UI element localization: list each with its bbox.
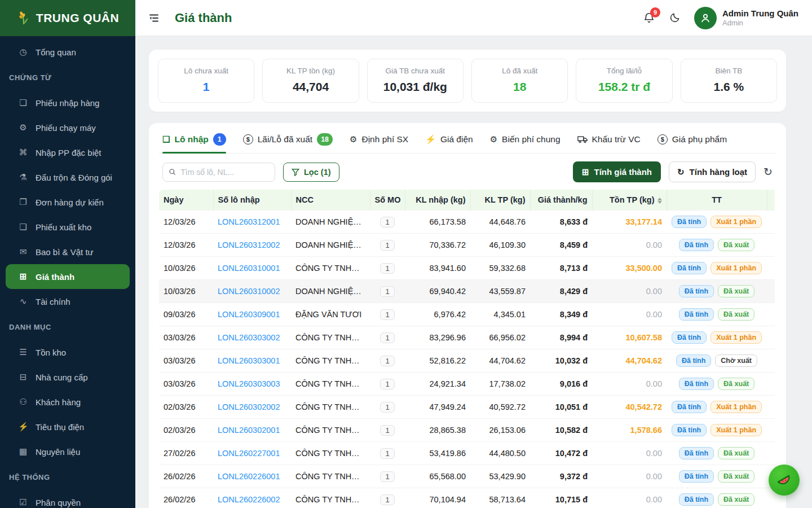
- lot-link[interactable]: LONL260303001: [218, 356, 280, 365]
- sidebar-item-label: Phiếu chạy máy: [36, 123, 96, 133]
- sidebar-item-label: Đơn hàng dự kiến: [36, 198, 104, 207]
- cell-supplier: CÔNG TY TNHH ...: [291, 326, 370, 349]
- col-ngay[interactable]: Ngày: [159, 190, 213, 211]
- cell-date: 27/02/26: [159, 442, 213, 465]
- sidebar-collapse-icon[interactable]: [147, 11, 161, 25]
- filter-button[interactable]: Lọc (1): [283, 163, 339, 182]
- batch-calculate-button[interactable]: ↻ Tính hàng loạt: [669, 161, 756, 182]
- sort-icon[interactable]: [657, 198, 662, 204]
- cell-gia-thanh: 10,715 đ: [530, 488, 592, 508]
- tab-lo-nhap[interactable]: ❏ Lô nhập 1: [162, 133, 226, 153]
- col-so-lo-nhap[interactable]: Số lô nhập: [213, 190, 291, 211]
- reload-icon[interactable]: ↻: [764, 167, 773, 177]
- lot-link[interactable]: LONL260302002: [218, 402, 280, 411]
- sidebar-item[interactable]: DANH MỤC: [0, 314, 135, 340]
- tab-lai-lo-da-xuat[interactable]: $ Lãi/Lỗ đã xuất 18: [243, 133, 333, 153]
- table-row[interactable]: 03/03/26 LONL260303001 CÔNG TY TNHH ... …: [159, 349, 775, 373]
- inventory-icon: ☰: [18, 347, 28, 357]
- table-row[interactable]: 09/03/26 LONL260309001 ĐẶNG VĂN TƯƠI 1 6…: [159, 303, 775, 326]
- search-box[interactable]: [162, 163, 275, 182]
- search-input[interactable]: [180, 168, 269, 177]
- cell-supplier: DOANH NGHIỆP ...: [291, 280, 370, 303]
- cell-kl-nhap: 65,568.00: [405, 465, 470, 488]
- lot-link[interactable]: LONL260227001: [218, 449, 280, 458]
- user-name: Admin Trung Quân: [722, 8, 798, 19]
- table-row[interactable]: 10/03/26 LONL260310001 CÔNG TY TNHH ... …: [159, 257, 775, 280]
- cell-kl-nhap: 53,419.86: [405, 442, 470, 465]
- table-header-row: Ngày Số lô nhập NCC Số MO KL nhập (kg) K…: [159, 190, 775, 211]
- sidebar-item[interactable]: ⚇ Khách hàng: [0, 389, 135, 414]
- lot-link[interactable]: LONL260312002: [218, 240, 280, 249]
- sidebar-item[interactable]: ◷ Tổng quan: [0, 40, 135, 64]
- stat-card: Lô đã xuất 18: [471, 59, 568, 103]
- sidebar-item[interactable]: ⊟ Nhà cung cấp: [0, 365, 135, 389]
- sidebar-item[interactable]: ⊞ Giá thành: [6, 264, 130, 289]
- mo-count-badge: 1: [380, 402, 394, 413]
- sidebar-item[interactable]: ⚡ Tiêu thụ điện: [0, 414, 135, 439]
- table-row[interactable]: 02/03/26 LONL260302002 CÔNG TY TNHH ... …: [159, 396, 775, 419]
- lot-link[interactable]: LONL260226001: [218, 472, 280, 481]
- sidebar-item-label: Nguyên liệu: [36, 447, 80, 457]
- sidebar-item[interactable]: CHỨNG TỪ: [0, 64, 135, 90]
- sidebar-item[interactable]: ✉ Bao bì & Vật tư: [0, 239, 135, 264]
- table-row[interactable]: 10/03/26 LONL260310002 DOANH NGHIỆP ... …: [159, 280, 775, 303]
- tab-dinh-phi-sx[interactable]: ⚙ Định phí SX: [350, 134, 408, 152]
- lot-link[interactable]: LONL260226002: [218, 495, 280, 504]
- lot-link[interactable]: LONL260303003: [218, 379, 280, 388]
- sidebar-item[interactable]: ∿ Tài chính: [0, 289, 135, 314]
- mo-count-badge: 1: [380, 448, 394, 459]
- sidebar-item[interactable]: ⚙ Phiếu chạy máy: [0, 115, 135, 140]
- table-row[interactable]: 02/03/26 LONL260302001 CÔNG TY TNHH ... …: [159, 419, 775, 442]
- col-kl-nhap[interactable]: KL nhập (kg): [405, 190, 470, 211]
- tab-bien-phi-chung[interactable]: ⚙ Biến phí chung: [490, 134, 561, 152]
- mo-count-badge: 1: [380, 356, 394, 366]
- sidebar-item[interactable]: ▦ Nguyên liệu: [0, 439, 135, 464]
- table-row[interactable]: 26/02/26 LONL260226001 CÔNG TY TNHH ... …: [159, 465, 775, 488]
- sidebar-item[interactable]: ❏ Phiếu nhập hàng: [0, 90, 135, 115]
- stat-label: Giá TB chưa xuất: [371, 67, 460, 75]
- status-badge-calculated: Đã tính: [679, 308, 714, 321]
- table-row[interactable]: 03/03/26 LONL260303002 CÔNG TY TNHH ... …: [159, 326, 775, 349]
- cell-supplier: CÔNG TY TNHH ...: [291, 465, 370, 488]
- watermelon-floating-button[interactable]: [769, 465, 800, 496]
- table-row[interactable]: 26/02/26 LONL260226002 CÔNG TY TNHH ... …: [159, 488, 775, 508]
- table-row[interactable]: 27/02/26 LONL260227001 CÔNG TY TNHH ... …: [159, 442, 775, 465]
- user-menu[interactable]: Admin Trung Quân Admin: [694, 7, 798, 29]
- sidebar-item[interactable]: ⌘ Nhập PP đặc biệt: [0, 140, 135, 165]
- lot-link[interactable]: LONL260302001: [218, 426, 280, 435]
- sidebar-item-label: Tiêu thụ điện: [36, 422, 84, 432]
- tab-gia-phu-pham[interactable]: $ Giá phụ phẩm: [657, 134, 727, 152]
- sidebar-item[interactable]: ❏ Phiếu xuất kho: [0, 214, 135, 239]
- lot-link[interactable]: LONL260303002: [218, 333, 280, 342]
- col-ncc[interactable]: NCC: [291, 190, 370, 211]
- notifications-bell-icon[interactable]: 9: [643, 12, 655, 24]
- sidebar-item[interactable]: ❐ Đơn hàng dự kiến: [0, 190, 135, 214]
- table-row[interactable]: 12/03/26 LONL260312002 DOANH NGHIỆP ... …: [159, 234, 775, 257]
- sidebar-item[interactable]: HỆ THỐNG: [0, 464, 135, 490]
- col-ton-tp[interactable]: Tồn TP (kg): [592, 190, 667, 211]
- table-row[interactable]: 12/03/26 LONL260312001 DOANH NGHIỆP ... …: [159, 211, 775, 234]
- lot-link[interactable]: LONL260310002: [218, 287, 280, 296]
- col-tt[interactable]: TT: [667, 190, 767, 211]
- theme-toggle-moon-icon[interactable]: [669, 12, 681, 24]
- tab-gia-dien[interactable]: ⚡ Giá điện: [425, 134, 473, 152]
- tab-khau-tru-vc[interactable]: Khấu trừ VC: [577, 134, 641, 152]
- sidebar-item[interactable]: ☑ Phân quyền: [0, 490, 135, 508]
- table-row[interactable]: 03/03/26 LONL260303003 CÔNG TY TNHH ... …: [159, 373, 775, 396]
- sidebar-item-label: Phiếu xuất kho: [36, 222, 91, 232]
- sidebar-item[interactable]: ⚗ Đấu trộn & Đóng gói: [0, 165, 135, 190]
- col-kl-tp[interactable]: KL TP (kg): [470, 190, 530, 211]
- cell-kl-tp: 44,704.62: [470, 349, 530, 373]
- stat-card: Tổng lãi/lỗ 158.2 tr đ: [576, 59, 672, 103]
- calculate-cost-button[interactable]: ⊞ Tính giá thành: [573, 161, 661, 182]
- col-actions: [767, 190, 775, 211]
- status-badge-calculated: Đã tính: [679, 239, 714, 251]
- col-gia-thanh[interactable]: Giá thành/kg: [530, 190, 592, 211]
- status-badge-calculated: Đã tính: [679, 447, 714, 459]
- lot-link[interactable]: LONL260310001: [218, 264, 280, 273]
- sidebar-item[interactable]: ☰ Tồn kho: [0, 340, 135, 365]
- lot-link[interactable]: LONL260312001: [218, 217, 280, 226]
- cell-gia-thanh: 9,016 đ: [530, 373, 592, 396]
- lot-link[interactable]: LONL260309001: [218, 310, 280, 319]
- col-so-mo[interactable]: Số MO: [370, 190, 405, 211]
